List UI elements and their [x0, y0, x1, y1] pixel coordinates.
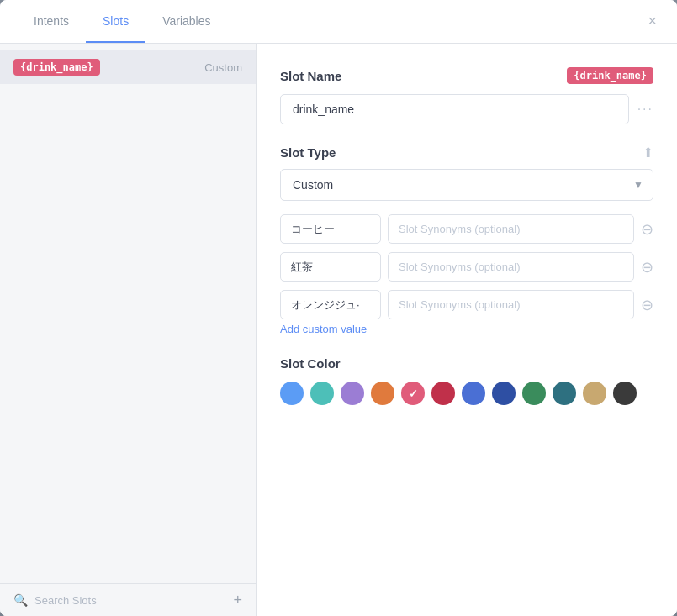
upload-icon[interactable]: ⬆	[643, 145, 653, 161]
more-options-button[interactable]: ···	[637, 102, 653, 117]
slot-value-input[interactable]	[280, 290, 381, 319]
add-custom-value-link[interactable]: Add custom value	[280, 323, 367, 335]
sidebar-search-bar: 🔍 +	[0, 583, 256, 616]
slot-type-header: Slot Type ⬆	[280, 145, 653, 161]
tab-intents[interactable]: Intents	[17, 1, 86, 43]
slot-color-title: Slot Color	[280, 356, 341, 371]
slot-name-row: ···	[280, 94, 653, 124]
close-button[interactable]: ×	[644, 9, 660, 34]
sidebar: {drink_name} Custom 🔍 +	[0, 44, 257, 616]
remove-slot-value-button[interactable]: ⊖	[641, 258, 653, 276]
color-swatch[interactable]	[401, 382, 425, 405]
main-content: {drink_name} Custom 🔍 + Slot Name {drink…	[0, 44, 677, 616]
slot-synonym-input[interactable]	[388, 252, 634, 282]
slot-synonym-input[interactable]	[388, 290, 634, 319]
color-swatch[interactable]	[431, 382, 455, 405]
sidebar-slot-badge: {drink_name}	[13, 59, 100, 76]
slot-value-row: ⊖	[280, 214, 653, 244]
slot-name-header: Slot Name {drink_name}	[280, 67, 653, 84]
slot-type-select[interactable]: CustomDateTimeNumberLocation	[280, 169, 653, 201]
slot-value-row: ⊖	[280, 252, 653, 282]
modal-header: IntentsSlotsVariables ×	[0, 0, 677, 44]
slot-type-title: Slot Type	[280, 145, 336, 160]
slot-values-list: ⊖ ⊖ ⊖	[280, 214, 653, 319]
color-swatch[interactable]	[492, 382, 516, 405]
remove-slot-value-button[interactable]: ⊖	[641, 220, 653, 239]
remove-slot-value-button[interactable]: ⊖	[641, 296, 653, 314]
color-swatch[interactable]	[341, 382, 364, 405]
modal-container: IntentsSlotsVariables × {drink_name} Cus…	[0, 0, 677, 616]
color-swatch[interactable]	[462, 382, 485, 405]
color-swatches	[280, 382, 653, 405]
slot-type-select-wrap: CustomDateTimeNumberLocation ▼	[280, 169, 653, 201]
tab-variables[interactable]: Variables	[145, 1, 227, 43]
search-input[interactable]	[34, 594, 226, 607]
search-icon: 🔍	[13, 593, 28, 607]
slot-name-title: Slot Name	[280, 69, 341, 83]
color-swatch[interactable]	[310, 382, 334, 405]
right-panel: Slot Name {drink_name} ··· Slot Type ⬆ C…	[257, 44, 677, 616]
color-swatch[interactable]	[371, 382, 394, 405]
sidebar-slot-type: Custom	[204, 61, 242, 74]
slot-name-badge: {drink_name}	[567, 67, 653, 84]
slot-synonym-input[interactable]	[388, 214, 634, 244]
color-swatch[interactable]	[522, 382, 546, 405]
slot-name-input[interactable]	[280, 94, 629, 124]
slot-color-section: Slot Color	[280, 356, 653, 405]
slot-type-section: Slot Type ⬆ CustomDateTimeNumberLocation…	[280, 145, 653, 201]
slot-value-input[interactable]	[280, 252, 381, 282]
sidebar-list: {drink_name} Custom	[0, 44, 256, 583]
color-swatch[interactable]	[583, 382, 606, 405]
tab-bar: IntentsSlotsVariables	[17, 1, 644, 42]
color-swatch[interactable]	[280, 382, 304, 405]
tab-slots[interactable]: Slots	[86, 1, 145, 43]
slot-value-input[interactable]	[280, 214, 381, 244]
color-swatch[interactable]	[613, 382, 637, 405]
slot-value-row: ⊖	[280, 290, 653, 319]
color-swatch[interactable]	[553, 382, 576, 405]
add-slot-button[interactable]: +	[233, 592, 242, 608]
sidebar-item[interactable]: {drink_name} Custom	[0, 50, 256, 84]
